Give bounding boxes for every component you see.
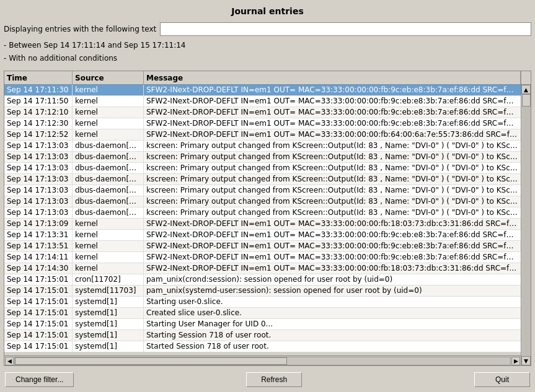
- filter-label: Displaying entries with the following te…: [4, 25, 156, 33]
- table-row[interactable]: Sep 14 17:13:09kernelSFW2-INext-DROP-DEF…: [4, 219, 521, 230]
- cell-time: Sep 14 17:12:10: [4, 107, 73, 118]
- table-row[interactable]: Sep 14 17:13:03dbus-daemon[2149]kscreen:…: [4, 196, 521, 207]
- cell-time: Sep 14 17:13:03: [4, 152, 73, 162]
- table-row[interactable]: Sep 14 17:11:30kernelSFW2-INext-DROP-DEF…: [4, 85, 521, 96]
- table-row[interactable]: Sep 14 17:15:01systemd[11703]pam_unix(sy…: [4, 285, 521, 297]
- table-row[interactable]: Sep 14 17:13:03dbus-daemon[2149]kscreen:…: [4, 185, 521, 196]
- table-row[interactable]: Sep 14 17:14:11kernelSFW2-INext-DROP-DEF…: [4, 252, 521, 263]
- cell-time: Sep 14 17:13:03: [4, 174, 73, 185]
- table-row[interactable]: Sep 14 17:14:30kernelSFW2-INext-DROP-DEF…: [4, 263, 521, 274]
- cell-time: Sep 14 17:11:30: [4, 85, 73, 95]
- conditions-panel: - Between Sep 14 17:11:14 and Sep 15 17:…: [0, 38, 535, 67]
- cell-time: Sep 14 17:12:52: [4, 129, 73, 140]
- cell-source: kernel: [73, 107, 144, 118]
- cell-source: systemd[1]: [73, 330, 144, 341]
- vscroll-down-button[interactable]: ▼: [521, 356, 531, 365]
- table-row[interactable]: Sep 14 17:13:03dbus-daemon[2149]kscreen:…: [4, 163, 521, 174]
- cell-time: Sep 14 17:13:09: [4, 219, 73, 229]
- cell-message: SFW2-INext-DROP-DEFLT IN=em1 OUT= MAC=33…: [144, 96, 521, 107]
- cell-message: pam_unix(systemd-user:session): session …: [144, 285, 521, 296]
- cell-message: kscreen: Primary output changed from KSc…: [144, 163, 521, 173]
- cell-time: Sep 14 17:15:01: [4, 319, 73, 329]
- cell-source: dbus-daemon[2149]: [73, 207, 144, 218]
- table-row[interactable]: Sep 14 17:13:31kernelSFW2-INext-DROP-DEF…: [4, 230, 521, 241]
- cell-source: kernel: [73, 129, 144, 140]
- filter-input[interactable]: [160, 22, 531, 36]
- cell-source: kernel: [73, 96, 144, 107]
- cell-message: SFW2-INext-DROP-DEFLT IN=em1 OUT= MAC=33…: [144, 118, 521, 129]
- table-row[interactable]: Sep 14 17:15:01systemd[1]Starting Sessio…: [4, 330, 521, 341]
- table-row[interactable]: Sep 14 17:13:03dbus-daemon[2149]kscreen:…: [4, 141, 521, 152]
- cell-time: Sep 14 17:15:01: [4, 297, 73, 307]
- horizontal-scrollbar[interactable]: ◀ ▶: [4, 355, 521, 365]
- cell-source: dbus-daemon[2149]: [73, 163, 144, 173]
- cell-message: Created slice user-0.slice.: [144, 308, 521, 318]
- table-row[interactable]: Sep 14 17:15:01systemd[1]Starting user-0…: [4, 297, 521, 308]
- refresh-button[interactable]: Refresh: [246, 372, 302, 387]
- journal-table: Time Source Message Sep 14 17:11:30kerne…: [4, 71, 531, 366]
- col-header-message: Message: [144, 71, 521, 84]
- cell-source: systemd[1]: [73, 297, 144, 307]
- table-row[interactable]: Sep 14 17:15:01systemd[1]Starting User M…: [4, 319, 521, 330]
- quit-button[interactable]: Quit: [474, 372, 530, 387]
- cell-message: SFW2-INext-DROP-DEFLT IN=em1 OUT= MAC=33…: [144, 230, 521, 240]
- vscroll-up-button[interactable]: ▲: [521, 85, 531, 94]
- cell-source: kernel: [73, 85, 144, 95]
- cell-time: Sep 14 17:15:01: [4, 330, 73, 341]
- cell-time: Sep 14 17:13:51: [4, 241, 73, 251]
- cell-source: kernel: [73, 219, 144, 229]
- change-filter-button[interactable]: Change filter...: [5, 372, 74, 387]
- table-row[interactable]: Sep 14 17:15:01cron[11702]pam_unix(crond…: [4, 274, 521, 285]
- cell-time: Sep 14 17:15:01: [4, 285, 73, 296]
- cell-time: Sep 14 17:13:31: [4, 230, 73, 240]
- vscroll-track[interactable]: [522, 94, 531, 356]
- cell-source: kernel: [73, 118, 144, 129]
- cell-time: Sep 14 17:12:30: [4, 118, 73, 129]
- cell-source: kernel: [73, 263, 144, 274]
- cell-message: SFW2-INext-DROP-DEFLT IN=em1 OUT= MAC=33…: [144, 129, 521, 140]
- vscroll-thumb[interactable]: [522, 94, 531, 107]
- hscroll-right-button[interactable]: ▶: [511, 357, 520, 365]
- table-body[interactable]: Sep 14 17:11:30kernelSFW2-INext-DROP-DEF…: [4, 85, 521, 355]
- hscroll-thumb[interactable]: [15, 357, 287, 365]
- cell-message: kscreen: Primary output changed from KSc…: [144, 141, 521, 151]
- hscroll-track[interactable]: [14, 357, 511, 365]
- cell-source: cron[11702]: [73, 274, 144, 285]
- table-row[interactable]: Sep 14 17:13:03dbus-daemon[2149]kscreen:…: [4, 152, 521, 163]
- cell-time: Sep 14 17:14:30: [4, 263, 73, 274]
- table-row[interactable]: Sep 14 17:11:50kernelSFW2-INext-DROP-DEF…: [4, 96, 521, 107]
- cell-source: dbus-daemon[2149]: [73, 141, 144, 151]
- cell-source: kernel: [73, 241, 144, 251]
- cell-message: SFW2-INext-DROP-DEFLT IN=em1 OUT= MAC=33…: [144, 107, 521, 118]
- table-row[interactable]: Sep 14 17:15:01systemd[1]Started Session…: [4, 341, 521, 352]
- cell-message: Starting user-0.slice.: [144, 297, 521, 307]
- cell-time: Sep 14 17:13:03: [4, 185, 73, 196]
- table-row[interactable]: Sep 14 17:13:51kernelSFW2-INext-DROP-DEF…: [4, 241, 521, 252]
- cell-time: Sep 14 17:14:11: [4, 252, 73, 263]
- table-row[interactable]: Sep 14 17:13:03dbus-daemon[2149]kscreen:…: [4, 174, 521, 185]
- cell-source: systemd[1]: [73, 341, 144, 352]
- cell-time: Sep 14 17:13:03: [4, 141, 73, 151]
- cell-time: Sep 14 17:13:03: [4, 196, 73, 207]
- table-row[interactable]: Sep 14 17:13:03dbus-daemon[2149]kscreen:…: [4, 207, 521, 219]
- table-row[interactable]: Sep 14 17:12:30kernelSFW2-INext-DROP-DEF…: [4, 118, 521, 129]
- cell-message: kscreen: Primary output changed from KSc…: [144, 185, 521, 196]
- cell-source: systemd[1]: [73, 308, 144, 318]
- condition-date: - Between Sep 14 17:11:14 and Sep 15 17:…: [4, 40, 531, 51]
- cell-message: kscreen: Primary output changed from KSc…: [144, 152, 521, 162]
- vertical-scrollbar[interactable]: ▲ ▼: [521, 85, 531, 365]
- cell-time: Sep 14 17:15:01: [4, 274, 73, 285]
- cell-message: Starting User Manager for UID 0...: [144, 319, 521, 329]
- table-row[interactable]: Sep 14 17:12:10kernelSFW2-INext-DROP-DEF…: [4, 107, 521, 118]
- cell-time: Sep 14 17:11:50: [4, 96, 73, 107]
- cell-message: SFW2-INext-DROP-DEFLT IN=em1 OUT= MAC=33…: [144, 85, 521, 95]
- cell-source: systemd[1]: [73, 319, 144, 329]
- condition-additional: - With no additional conditions: [4, 53, 531, 64]
- cell-source: dbus-daemon[2149]: [73, 152, 144, 162]
- table-row[interactable]: Sep 14 17:12:52kernelSFW2-INext-DROP-DEF…: [4, 129, 521, 141]
- hscroll-left-button[interactable]: ◀: [5, 357, 14, 365]
- cell-source: dbus-daemon[2149]: [73, 185, 144, 196]
- cell-message: Starting Session 718 of user root.: [144, 330, 521, 341]
- cell-message: kscreen: Primary output changed from KSc…: [144, 174, 521, 185]
- table-row[interactable]: Sep 14 17:15:01systemd[1]Created slice u…: [4, 308, 521, 319]
